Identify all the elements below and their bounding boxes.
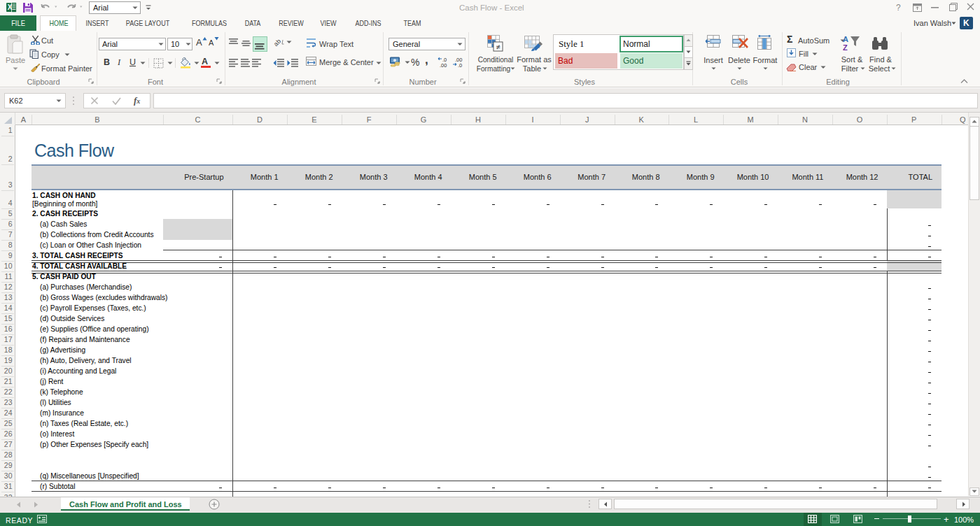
svg-text:A: A — [843, 35, 848, 43]
svg-text:X: X — [8, 3, 13, 11]
svg-text:≠: ≠ — [496, 43, 500, 51]
svg-text:.00: .00 — [440, 62, 447, 68]
svg-text:ab: ab — [273, 38, 282, 48]
svg-text:.0: .0 — [458, 62, 462, 68]
svg-text:Z: Z — [843, 43, 848, 52]
